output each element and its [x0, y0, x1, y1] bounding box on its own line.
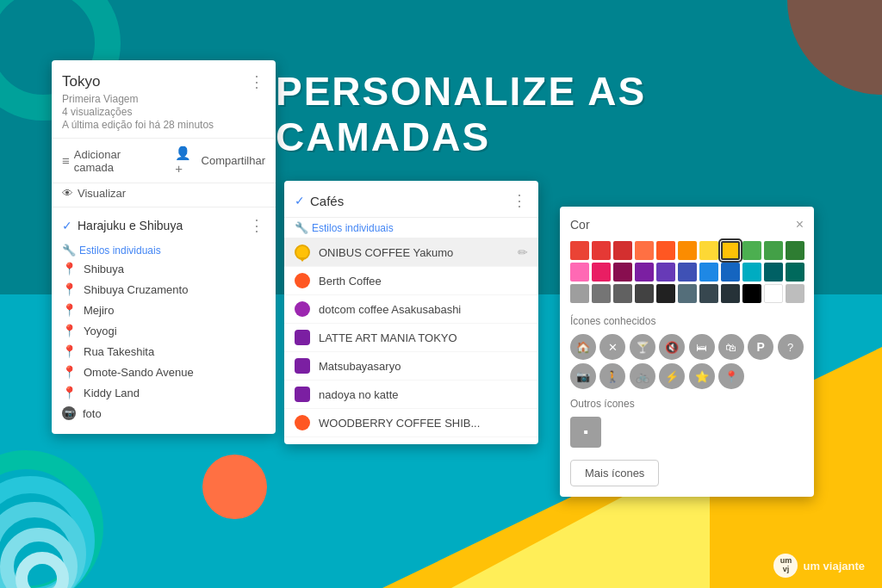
place-takeshita[interactable]: 📍 Rua Takeshita — [52, 341, 276, 362]
color-darkgreen[interactable] — [786, 241, 804, 260]
pin-icon-omote: 📍 — [62, 365, 77, 379]
color-darkred[interactable] — [613, 241, 632, 260]
layer-menu-icon[interactable]: ⋮ — [249, 216, 265, 235]
cafes-checkmark: ✓ — [295, 194, 305, 207]
outro-icon-box[interactable]: ▪ — [570, 417, 601, 448]
cafes-menu-icon[interactable]: ⋮ — [512, 191, 528, 210]
cafes-estilos-link[interactable]: 🔧 Estilos individuais — [284, 218, 538, 238]
icon-drink[interactable]: 🍸 — [630, 334, 655, 360]
color-green2[interactable] — [764, 241, 783, 260]
color-pink[interactable] — [570, 263, 589, 282]
panel-cafes: ✓ Cafés ⋮ 🔧 Estilos individuais ONIBUS C… — [284, 181, 538, 444]
panel-tokyo: Tokyo ⋮ Primeira Viagem 4 visualizações … — [52, 60, 276, 434]
color-bluegray[interactable] — [678, 284, 697, 303]
color-white[interactable] — [764, 284, 783, 303]
tokyo-edit-time: A última edição foi há 28 minutos — [62, 119, 265, 131]
color-gray3[interactable] — [613, 284, 632, 303]
place-omote[interactable]: 📍 Omote-Sando Avenue — [52, 362, 276, 382]
color-gray5[interactable] — [656, 284, 675, 303]
icon-bolt[interactable]: ⚡ — [659, 363, 685, 389]
color-darkest[interactable] — [721, 284, 740, 303]
cafe-item-latte[interactable]: LATTE ART MANIA TOKYO — [284, 324, 538, 352]
color-yellow[interactable] — [699, 241, 718, 260]
watermark: umvj um viajante — [773, 554, 865, 578]
cafe-item-woodberry[interactable]: WOODBERRY COFFEE SHIB... — [284, 409, 538, 437]
icon-tools[interactable]: ✕ — [599, 334, 625, 360]
color-red2[interactable] — [592, 241, 611, 260]
edit-icon-onibus[interactable]: ✏ — [518, 245, 528, 259]
cafe-item-onibus[interactable]: ONIBUS COFFEE Yakumo ✏ — [284, 238, 538, 267]
tokyo-views: 4 visualizações — [62, 106, 265, 118]
color-teal[interactable] — [764, 263, 783, 282]
foto-icon-text: 📷 — [65, 409, 74, 418]
place-shibuya[interactable]: 📍 Shibuya — [52, 258, 276, 279]
tokyo-menu-icon[interactable]: ⋮ — [249, 72, 265, 91]
icon-walk[interactable]: 🚶 — [599, 363, 625, 389]
cafe-dot-dotcom — [295, 301, 310, 317]
color-green[interactable] — [742, 241, 761, 260]
color-indigo[interactable] — [678, 263, 697, 282]
icon-parking[interactable]: P — [748, 334, 773, 360]
color-purple[interactable] — [635, 263, 654, 282]
panel-tokyo-header: Tokyo ⋮ Primeira Viagem 4 visualizações … — [52, 60, 276, 139]
pin-icon-shibuya: 📍 — [62, 262, 77, 275]
layer-header: ✓ Harajuku e Shibuya ⋮ — [62, 216, 265, 235]
cafe-item-matsu[interactable]: Matsubayasaryo — [284, 352, 538, 381]
icon-bed[interactable]: 🛏 — [689, 334, 715, 360]
place-shibuya-cruzamento[interactable]: 📍 Shibuya Cruzamento — [52, 279, 276, 300]
estilos-link[interactable]: 🔧 Estilos individuais — [52, 242, 276, 258]
bg-orange-circle — [202, 455, 267, 519]
color-darkblue[interactable] — [721, 263, 740, 282]
cafe-item-nadoya[interactable]: nadoya no katte — [284, 381, 538, 409]
color-amber[interactable] — [678, 241, 697, 260]
view-button[interactable]: 👁 Visualizar — [52, 183, 276, 207]
icon-bag[interactable]: 🛍 — [718, 334, 744, 360]
layer-checkmark: ✓ — [62, 219, 72, 232]
cafe-name-latte: LATTE ART MANIA TOKYO — [319, 331, 457, 344]
color-orange[interactable] — [656, 241, 675, 260]
bg-fans — [0, 450, 172, 588]
icon-mute[interactable]: 🔇 — [659, 334, 685, 360]
place-kiddy[interactable]: 📍 Kiddy Land — [52, 382, 276, 403]
color-gray1[interactable] — [570, 284, 589, 303]
watermark-badge: umvj — [773, 554, 798, 578]
icon-question[interactable]: ? — [778, 334, 804, 360]
color-deeporange[interactable] — [635, 241, 654, 260]
icon-bike[interactable]: 🚲 — [630, 363, 655, 389]
icon-home[interactable]: 🏠 — [570, 334, 596, 360]
color-deeppurple[interactable] — [656, 263, 675, 282]
color-darkpink[interactable] — [613, 263, 632, 282]
color-black[interactable] — [742, 284, 761, 303]
color-pink2[interactable] — [592, 263, 611, 282]
cafe-name-woodberry: WOODBERRY COFFEE SHIB... — [319, 417, 480, 430]
place-yoyogi[interactable]: 📍 Yoyogi — [52, 320, 276, 341]
cafe-item-berth[interactable]: Berth Coffee — [284, 267, 538, 295]
color-lightgray[interactable] — [786, 284, 804, 303]
color-panel-title: Cor — [570, 218, 590, 232]
share-button[interactable]: 👤+ Compartilhar — [175, 145, 265, 176]
icon-camera[interactable]: 📷 — [570, 363, 596, 389]
color-darkteal[interactable] — [786, 263, 804, 282]
add-layer-button[interactable]: ≡ Adicionar camada — [62, 145, 161, 176]
cafe-item-dotcom[interactable]: dotcom coffee Asakusabashi — [284, 295, 538, 324]
mais-icones-button[interactable]: Mais ícones — [570, 460, 659, 486]
cafe-dot-onibus — [295, 244, 310, 260]
color-darkbluegray[interactable] — [699, 284, 718, 303]
color-yellow-selected[interactable] — [721, 241, 740, 260]
pin-icon-cruzamento: 📍 — [62, 282, 77, 296]
layer-section: ✓ Harajuku e Shibuya ⋮ — [52, 207, 276, 242]
cafe-dot-woodberry — [295, 415, 310, 430]
color-red[interactable] — [570, 241, 589, 260]
icon-star[interactable]: ⭐ — [689, 363, 715, 389]
icon-pin[interactable]: 📍 — [718, 363, 744, 389]
color-cyan[interactable] — [742, 263, 761, 282]
cafes-title-text: Cafés — [310, 194, 344, 208]
color-gray4[interactable] — [635, 284, 654, 303]
color-blue[interactable] — [699, 263, 718, 282]
place-mejiro[interactable]: 📍 Mejiro — [52, 300, 276, 320]
close-button[interactable]: × — [796, 217, 804, 232]
pin-icon-mejiro: 📍 — [62, 303, 77, 317]
place-foto[interactable]: 📷 foto — [52, 403, 276, 424]
cafe-name-matsu: Matsubayasaryo — [319, 360, 401, 373]
color-gray2[interactable] — [592, 284, 611, 303]
